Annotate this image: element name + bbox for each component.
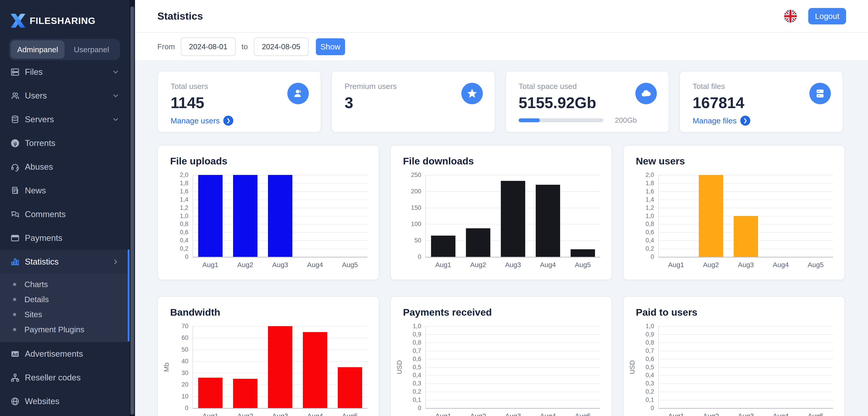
sidebar-subitem-details[interactable]: Details [0, 292, 129, 307]
bar [198, 378, 223, 408]
sidebar-item-payments[interactable]: Payments [0, 226, 129, 250]
card-value: 5155.92Gb [519, 94, 596, 111]
x-tick-label: Aug4 [530, 412, 565, 416]
sidebar-item-advertisements[interactable]: AdAdvertisements [0, 342, 129, 366]
x-tick-label: Aug5 [333, 412, 367, 416]
star-icon [461, 83, 483, 104]
x-tick-label: Aug5 [565, 261, 600, 269]
active-section-indicator [128, 250, 129, 341]
top-header: Statistics Logout [135, 0, 868, 33]
bar [536, 185, 560, 257]
sidebar-item-label: Advertisements [25, 349, 83, 359]
chart-title: Paid to users [636, 307, 698, 318]
sidebar-subitem-sites[interactable]: Sites [0, 307, 129, 322]
y-tick-label: 60 [182, 334, 188, 342]
x-tick-label: Aug3 [496, 412, 530, 416]
sidebar-item-comments[interactable]: Comments [0, 202, 129, 226]
y-tick-label: 0,2 [645, 388, 654, 395]
x-tick-label: Aug3 [728, 261, 763, 269]
sidebar-item-label: Payments [25, 233, 62, 243]
y-tick-label: 1,8 [180, 180, 188, 187]
sidebar-item-websites[interactable]: Websites [0, 389, 129, 413]
y-tick-label: 0,2 [412, 388, 421, 395]
card-label: Premium users [345, 82, 397, 91]
bar [198, 175, 223, 257]
bar [233, 175, 257, 257]
y-tick-label: 1,4 [180, 196, 188, 203]
sidebar-scrollbar-thumb[interactable] [130, 6, 134, 415]
y-tick-label: 0,5 [412, 363, 421, 371]
y-tick-label: 200 [411, 188, 421, 195]
y-tick-label: 0 [418, 253, 421, 260]
manage-files-link[interactable]: Manage files❯ [693, 116, 750, 126]
x-tick-label: Aug1 [426, 412, 461, 416]
userpanel-toggle[interactable]: Userpanel [65, 40, 118, 59]
y-tick-label: 100 [411, 221, 421, 228]
y-tick-label: 50 [414, 237, 421, 244]
bullet-icon [13, 283, 16, 286]
sidebar-item-files[interactable]: Files [0, 60, 129, 84]
y-tick-label: 0 [185, 405, 188, 412]
manage-users-link[interactable]: Manage users❯ [170, 116, 233, 126]
sidebar-item-news[interactable]: News [0, 179, 129, 202]
y-tick-label: 2,0 [180, 171, 188, 179]
x-tick-label: Aug2 [461, 412, 496, 416]
svg-text:Ad: Ad [12, 352, 18, 357]
bar [570, 249, 595, 257]
adminpanel-toggle[interactable]: Adminpanel [11, 40, 65, 59]
sidebar-item-abuses[interactable]: Abuses [0, 155, 129, 179]
sidebar-item-torrents[interactable]: µTorrents [0, 131, 129, 155]
logout-button[interactable]: Logout [808, 8, 846, 24]
y-tick-label: 250 [411, 171, 421, 179]
y-tick-label: 40 [182, 358, 188, 365]
x-tick-label: Aug5 [333, 261, 367, 269]
x-tick-label: Aug3 [496, 261, 530, 269]
sidebar-item-label: Servers [25, 115, 54, 124]
card-value: 1145 [170, 94, 204, 111]
date-to-input[interactable] [254, 38, 309, 56]
y-tick-label: 0,4 [645, 237, 654, 244]
arrow-circle-icon: ❯ [223, 116, 233, 126]
bar [303, 332, 327, 408]
x-tick-label: Aug1 [659, 261, 693, 269]
date-from-input[interactable] [181, 38, 236, 56]
bar [699, 175, 723, 257]
x-tick-label: Aug2 [693, 412, 728, 416]
bar [501, 181, 525, 257]
x-tick-label: Aug2 [461, 261, 496, 269]
x-tick-label: Aug3 [728, 412, 763, 416]
y-axis-unit-label: USD [628, 360, 636, 374]
y-tick-label: 0,8 [180, 221, 188, 228]
card-label: Total users [170, 82, 208, 91]
chart-title: New users [636, 156, 685, 167]
x-tick-label: Aug1 [193, 261, 228, 269]
bar [268, 175, 292, 257]
sidebar-item-reseller-codes[interactable]: Reseller codes [0, 366, 129, 389]
brand-logo[interactable]: FILESHARING [8, 11, 96, 31]
y-tick-label: 0,3 [645, 380, 654, 387]
drawer-icon [809, 83, 831, 104]
panel-toggle: Adminpanel Userpanel [9, 39, 120, 60]
sidebar-subitem-payment-plugins[interactable]: Payment Plugins [0, 322, 129, 337]
sidebar-item-statistics[interactable]: Statistics [0, 250, 129, 274]
x-tick-label: Aug4 [530, 261, 565, 269]
y-tick-label: 1,0 [180, 212, 188, 219]
x-tick-label: Aug4 [298, 412, 333, 416]
sidebar-item-label: Comments [25, 210, 66, 219]
y-tick-label: 1,6 [180, 188, 188, 195]
sidebar-item-label: Websites [25, 396, 60, 406]
app-root: FILESHARING Adminpanel Userpanel FilesUs… [0, 0, 868, 416]
show-button[interactable]: Show [316, 38, 345, 55]
uk-flag-icon[interactable] [784, 10, 797, 23]
y-tick-label: 0,7 [412, 347, 421, 354]
bar [338, 367, 362, 408]
date-filter-bar: From to Show [135, 33, 868, 61]
sidebar-subitem-charts[interactable]: Charts [0, 277, 129, 292]
y-tick-label: 0,7 [645, 347, 654, 354]
paid-to-users-chart-card: Paid to users 00,10,20,30,40,50,60,70,80… [623, 296, 845, 416]
y-tick-label: 0,4 [412, 372, 421, 379]
paid-to-users-plot: 00,10,20,30,40,50,60,70,80,91,0Aug1Aug2A… [658, 326, 833, 409]
sidebar-item-servers[interactable]: Servers [0, 108, 129, 131]
sidebar-item-users[interactable]: Users [0, 84, 129, 108]
y-tick-label: 0,4 [645, 372, 654, 379]
